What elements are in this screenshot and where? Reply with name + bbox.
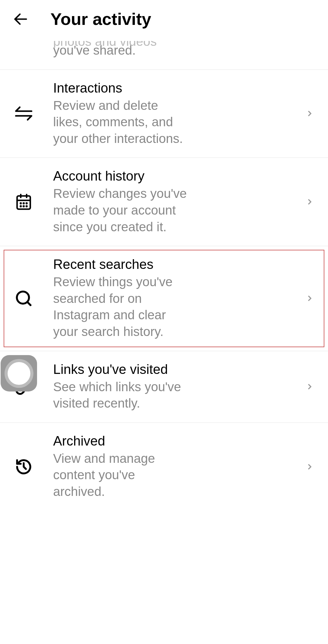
chevron-right-icon [304,107,316,120]
list-item-links-visited[interactable]: Links you've visited See which links you… [0,351,328,422]
list-item-account-history[interactable]: Account history Review changes you've ma… [0,158,328,246]
chevron-right-icon [304,196,316,208]
item-content: Links you've visited See which links you… [35,362,304,412]
item-desc: Review and delete likes, comments, and y… [53,97,187,147]
item-content: Interactions Review and delete likes, co… [35,80,304,147]
back-icon[interactable] [12,11,29,28]
item-title: Archived [53,433,298,449]
search-icon [12,287,35,310]
list-item-interactions[interactable]: Interactions Review and delete likes, co… [0,69,328,158]
item-title: Interactions [53,80,298,96]
item-desc: Review changes you've made to your accou… [53,185,187,235]
item-title: Recent searches [53,257,298,272]
item-desc: See which links you've visited recently. [53,379,187,412]
history-icon [12,455,35,478]
svg-line-12 [27,302,31,305]
interactions-icon [12,102,35,125]
item-title: Links you've visited [53,362,298,377]
list-item-recent-searches[interactable]: Recent searches Review things you've sea… [0,246,328,351]
assistive-touch-icon[interactable] [1,355,37,391]
svg-point-10 [26,206,27,207]
chevron-right-icon [304,292,316,304]
svg-point-7 [26,203,27,204]
clipped-item-desc: photos and videos you've shared. [0,41,188,69]
calendar-icon [12,191,35,213]
page-title: Your activity [50,9,151,29]
svg-point-9 [23,206,24,207]
chevron-right-icon [304,461,316,473]
chevron-right-icon [304,381,316,393]
list-item-archived[interactable]: Archived View and manage content you've … [0,422,328,511]
item-title: Account history [53,168,298,184]
item-content: Account history Review changes you've ma… [35,168,304,235]
svg-point-6 [23,203,24,204]
svg-point-8 [20,206,21,207]
item-content: Archived View and manage content you've … [35,433,304,500]
svg-point-5 [20,203,21,204]
item-desc: Review things you've searched for on Ins… [53,274,187,340]
header: Your activity [0,0,328,41]
item-desc: View and manage content you've archived. [53,450,187,500]
item-content: Recent searches Review things you've sea… [35,257,304,340]
